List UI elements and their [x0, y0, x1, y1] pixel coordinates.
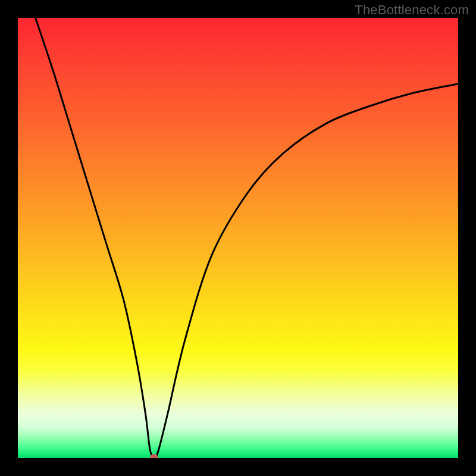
curve-svg: [18, 18, 458, 458]
plot-area: [18, 18, 458, 458]
bottleneck-curve-path: [36, 18, 458, 458]
minimum-marker: [150, 454, 158, 458]
chart-frame: TheBottleneck.com: [0, 0, 476, 476]
watermark-text: TheBottleneck.com: [355, 2, 469, 18]
